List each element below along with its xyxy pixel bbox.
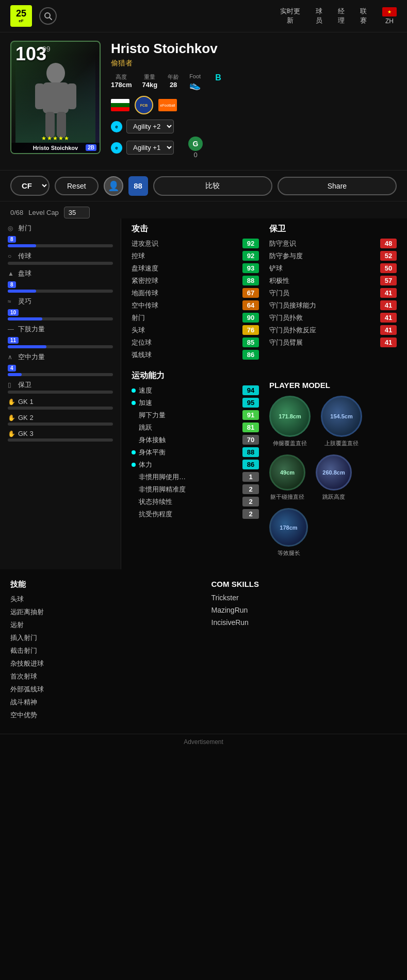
athletic-val: 88 [242, 447, 259, 457]
pm-circles-row-2: 49cm 躯干碰撞直径 260.8cm 跳跃高度 [269, 454, 397, 501]
dot-icon [132, 500, 136, 504]
ad-label: Advertisement [184, 738, 223, 746]
athletic-row: 速度 94 [132, 385, 259, 395]
athletic-row: 非惯用脚精准度 2 [132, 484, 259, 494]
pm-circle-item-2: 154.5cm 上肢覆盖直径 [321, 396, 362, 447]
skill-gk3: ✋ GK 3 [8, 430, 113, 442]
foot-stat: Foot 👟 [189, 73, 201, 91]
player-info: Hristo Stoichkov 偷猎者 高度 178cm 重量 74kg 年龄… [111, 41, 397, 162]
skill-agility: ≈ 灵巧 10 [8, 297, 113, 320]
skill-val-aerial: 4 [8, 365, 16, 371]
dot-icon [132, 512, 136, 516]
stat-val: 67 [242, 288, 259, 298]
evo-select-2[interactable]: Agility +1 [126, 141, 174, 155]
position-select[interactable]: CF [10, 176, 50, 196]
logo: 25 eF [10, 5, 32, 27]
level-cap-label: Level Cap [28, 209, 59, 216]
stat-row: 定位球 85 [132, 337, 259, 347]
player-model-title: PLAYER MODEL [269, 381, 397, 390]
avatar: 👤 [104, 176, 123, 196]
stat-val: 76 [242, 325, 259, 335]
athletic-val: 1 [242, 472, 259, 482]
card-2b-badge: 2B [86, 144, 96, 151]
stat-val: 64 [242, 300, 259, 310]
com-skills-col: COM SKILLS Trickster MazingRun IncisiveR… [211, 580, 397, 723]
stat-val: 57 [380, 276, 397, 285]
dot-icon [132, 426, 136, 430]
svg-rect-5 [67, 83, 76, 109]
stat-val: 52 [380, 251, 397, 261]
svg-rect-7 [57, 112, 66, 138]
foot-icon: 👟 [189, 79, 201, 91]
attack-title: 攻击 [132, 224, 259, 234]
compare-button[interactable]: 比较 [153, 176, 272, 196]
level-cap-input[interactable] [64, 207, 90, 218]
stat-row: 射门 90 [132, 313, 259, 323]
language-selector[interactable]: ★ ZH [382, 7, 397, 25]
player-name: Hristo Stoichkov [111, 41, 397, 57]
agility-icon: ≈ [8, 298, 15, 305]
stat-row: 弧线球 86 [132, 350, 259, 360]
header-nav: 实时更 新 球 员 经 理 联 赛 ★ ZH [280, 7, 397, 25]
dot-icon [132, 487, 136, 492]
player-nickname: 偷猎者 [111, 59, 397, 68]
g-count: 0 [188, 151, 203, 159]
athletic-col: 运动能力 速度 94 加速 95 脚下力量 91 [132, 370, 259, 564]
athletic-row: 跳跃 81 [132, 423, 259, 432]
stat-val: 86 [242, 350, 259, 360]
athletic-val: 86 [242, 460, 259, 469]
stat-val: 48 [380, 239, 397, 248]
level-bar-section: 0/68 Level Cap [0, 201, 407, 218]
stat-val: 41 [380, 300, 397, 310]
stat-val: 41 [380, 288, 397, 298]
bulgaria-flag [111, 99, 129, 111]
athletic-title: 运动能力 [132, 370, 259, 381]
gk2-icon: ✋ [8, 414, 15, 421]
technics-title: 技能 [10, 580, 196, 589]
flags-row: FCB eFootball [111, 96, 397, 114]
share-button[interactable]: Share [278, 177, 397, 195]
nav-players[interactable]: 球 员 [316, 7, 322, 25]
search-button[interactable] [39, 7, 57, 25]
club-badge: FCB [135, 96, 153, 114]
nav-realtime[interactable]: 实时更 新 [280, 7, 300, 25]
athletic-row: 脚下力量 91 [132, 410, 259, 420]
technic-item: 空中优势 [10, 711, 196, 720]
dot-icon [132, 413, 136, 417]
player-silhouette [25, 58, 87, 140]
stat-val: 50 [380, 263, 397, 273]
skill-shooting: ◎ 射门 8 [8, 224, 113, 247]
athletic-val: 70 [242, 435, 259, 445]
svg-rect-3 [43, 82, 69, 113]
technic-item: 外部弧线球 [10, 685, 196, 694]
stat-row: 守门员接球能力 41 [269, 300, 397, 310]
defense-col: 保卫 防守意识 48 防守参与度 52 铲球 50 积极性 57 [269, 224, 397, 362]
player-card: 103 99 ★★★★★ Hristo Stoichkov 2B [10, 41, 101, 154]
athletic-val: 94 [242, 385, 259, 395]
nav-manager[interactable]: 经 理 [338, 7, 345, 25]
technic-item: 截击射门 [10, 646, 196, 655]
level-badge: 88 [128, 176, 148, 196]
athletic-row: 抗受伤程度 2 [132, 509, 259, 519]
athletic-row: 非惯用脚使用… 1 [132, 472, 259, 482]
lower-body-icon: — [8, 326, 15, 333]
dot-icon [132, 438, 136, 442]
stat-val: 41 [380, 325, 397, 335]
stat-row: 盘球速度 93 [132, 263, 259, 273]
attack-col: 攻击 进攻意识 92 控球 92 盘球速度 93 紧密控球 88 [132, 224, 259, 362]
technic-item: 杂技般进球 [10, 659, 196, 668]
evo-select-1[interactable]: Agility +2 [126, 120, 174, 133]
technic-item: 头球 [10, 595, 196, 604]
stat-row: 守门员 41 [269, 288, 397, 298]
pm-circle-item-4: 260.8cm 跳跃高度 [316, 454, 352, 501]
stat-row: 进攻意识 92 [132, 239, 259, 248]
stat-row: 头球 76 [132, 325, 259, 335]
skill-lower-body: — 下肢力量 11 [8, 325, 113, 348]
dot-icon [132, 450, 136, 454]
nav-league[interactable]: 联 赛 [360, 7, 367, 25]
pm-circle-item-3: 49cm 躯干碰撞直径 [269, 454, 305, 501]
main-content: ◎ 射门 8 ○ 传球 ▲ 盘球 8 ≈ 灵巧 [0, 218, 407, 569]
stat-val: 88 [242, 276, 259, 285]
reset-button[interactable]: Reset [55, 177, 99, 195]
controls-row: CF Reset 👤 88 比较 Share [0, 170, 407, 201]
